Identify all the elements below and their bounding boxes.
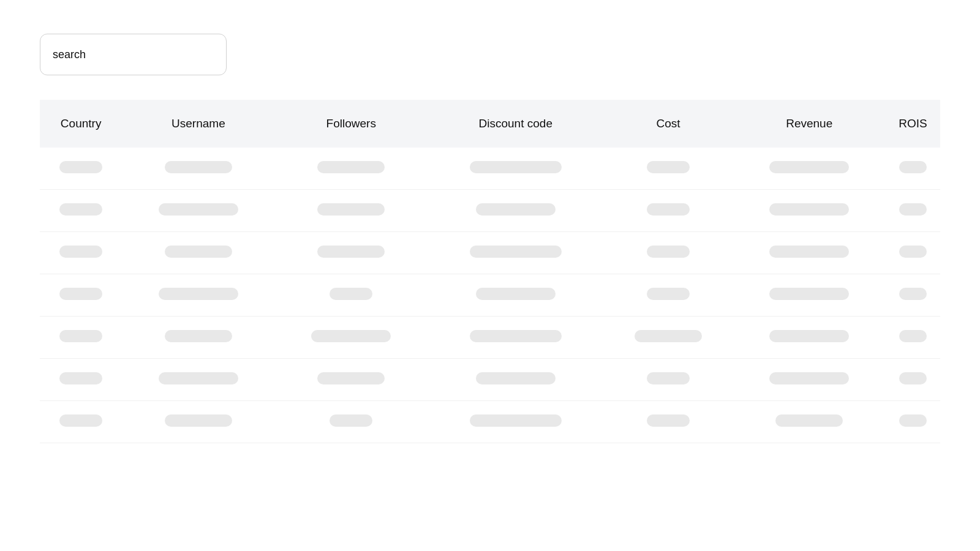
cell-country [40,401,122,443]
skeleton-placeholder [470,161,562,173]
cell-cost [604,190,733,232]
skeleton-placeholder [59,330,102,342]
skeleton-placeholder [647,161,690,173]
cell-username [122,190,274,232]
cell-country [40,190,122,232]
skeleton-placeholder [470,246,562,258]
skeleton-placeholder [159,372,238,384]
table-row [40,190,940,232]
col-header-revenue: Revenue [733,100,886,148]
skeleton-placeholder [899,288,927,300]
skeleton-placeholder [647,414,690,427]
skeleton-placeholder [899,246,927,258]
skeleton-placeholder [165,414,232,427]
skeleton-placeholder [769,372,849,384]
cell-rois [886,274,940,317]
skeleton-placeholder [311,330,391,342]
cell-revenue [733,232,886,274]
cell-discount_code [428,274,604,317]
col-header-followers: Followers [275,100,428,148]
cell-username [122,359,274,401]
cell-username [122,274,274,317]
table-row [40,148,940,190]
col-header-country: Country [40,100,122,148]
skeleton-placeholder [317,246,385,258]
skeleton-placeholder [59,203,102,216]
skeleton-placeholder [330,414,372,427]
table-wrapper: Country Username Followers Discount code… [40,100,940,443]
skeleton-placeholder [476,288,556,300]
table-header-row: Country Username Followers Discount code… [40,100,940,148]
skeleton-placeholder [470,414,562,427]
cell-country [40,359,122,401]
cell-username [122,401,274,443]
page-container: Country Username Followers Discount code… [0,0,980,468]
skeleton-placeholder [165,161,232,173]
skeleton-placeholder [317,203,385,216]
skeleton-placeholder [899,161,927,173]
cell-discount_code [428,148,604,190]
cell-revenue [733,148,886,190]
cell-cost [604,232,733,274]
skeleton-placeholder [470,330,562,342]
skeleton-placeholder [899,203,927,216]
col-header-rois: ROIS [886,100,940,148]
cell-cost [604,274,733,317]
cell-country [40,232,122,274]
cell-rois [886,317,940,359]
skeleton-placeholder [775,414,843,427]
cell-cost [604,359,733,401]
cell-country [40,317,122,359]
cell-discount_code [428,232,604,274]
skeleton-placeholder [59,372,102,384]
skeleton-placeholder [769,203,849,216]
search-wrapper [40,34,940,75]
skeleton-placeholder [59,161,102,173]
cell-followers [275,232,428,274]
skeleton-placeholder [159,288,238,300]
skeleton-placeholder [165,330,232,342]
cell-revenue [733,401,886,443]
table-row [40,401,940,443]
skeleton-placeholder [317,372,385,384]
cell-rois [886,359,940,401]
skeleton-placeholder [647,288,690,300]
cell-revenue [733,317,886,359]
skeleton-placeholder [165,246,232,258]
cell-cost [604,317,733,359]
cell-discount_code [428,317,604,359]
cell-username [122,317,274,359]
cell-followers [275,274,428,317]
col-header-username: Username [122,100,274,148]
skeleton-placeholder [59,246,102,258]
col-header-cost: Cost [604,100,733,148]
skeleton-placeholder [476,203,556,216]
skeleton-placeholder [769,330,849,342]
skeleton-placeholder [635,330,702,342]
skeleton-placeholder [899,414,927,427]
table-row [40,232,940,274]
cell-revenue [733,190,886,232]
cell-username [122,232,274,274]
skeleton-placeholder [769,246,849,258]
cell-rois [886,190,940,232]
col-header-discount-code: Discount code [428,100,604,148]
cell-cost [604,401,733,443]
table-row [40,274,940,317]
cell-followers [275,148,428,190]
skeleton-placeholder [769,161,849,173]
cell-followers [275,401,428,443]
skeleton-placeholder [59,414,102,427]
skeleton-placeholder [476,372,556,384]
cell-followers [275,190,428,232]
search-input[interactable] [40,34,227,75]
cell-revenue [733,359,886,401]
skeleton-placeholder [899,330,927,342]
cell-discount_code [428,359,604,401]
table-row [40,359,940,401]
cell-followers [275,317,428,359]
skeleton-placeholder [769,288,849,300]
cell-rois [886,232,940,274]
skeleton-placeholder [647,372,690,384]
data-table: Country Username Followers Discount code… [40,100,940,443]
